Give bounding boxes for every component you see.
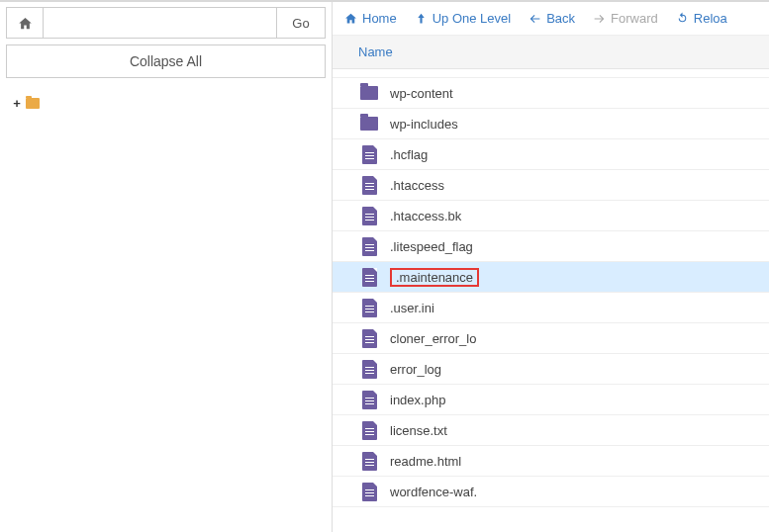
file-name: .litespeed_flag <box>390 239 473 254</box>
file-row[interactable]: index.php <box>333 385 769 415</box>
file-icon <box>360 267 378 287</box>
file-row[interactable]: error_log <box>333 354 769 385</box>
file-icon <box>360 298 378 317</box>
file-icon <box>360 236 378 256</box>
file-name: license.txt <box>390 423 447 438</box>
file-row[interactable]: wp-includes <box>333 109 769 139</box>
nav-reload-label: Reloa <box>694 11 727 26</box>
nav-back-label: Back <box>546 11 575 26</box>
up-icon <box>415 12 428 25</box>
file-list: wp-contentwp-includes.hcflag.htaccess.ht… <box>333 69 769 507</box>
file-row[interactable]: .hcflag <box>333 139 769 170</box>
nav-up-label: Up One Level <box>433 11 512 26</box>
file-row[interactable]: .htaccess.bk <box>333 201 769 231</box>
file-name: .htaccess.bk <box>390 209 461 223</box>
file-icon <box>360 482 378 501</box>
file-icon <box>360 328 378 348</box>
nav-up[interactable]: Up One Level <box>415 11 512 26</box>
file-row[interactable]: readme.html <box>333 446 769 477</box>
file-name: wordfence-waf. <box>390 485 477 499</box>
file-row[interactable]: wp-content <box>333 78 769 109</box>
file-icon <box>360 420 378 440</box>
file-icon <box>360 390 378 409</box>
nav-forward-label: Forward <box>611 11 658 26</box>
tree: + <box>6 78 326 111</box>
go-button[interactable]: Go <box>276 7 326 39</box>
reload-icon <box>676 12 689 25</box>
file-name: .user.ini <box>390 301 434 315</box>
folder-icon <box>360 83 378 103</box>
nav-reload[interactable]: Reloa <box>676 11 727 26</box>
file-row[interactable]: .htaccess <box>333 170 769 201</box>
file-name: .maintenance <box>390 268 479 287</box>
file-icon <box>360 175 378 195</box>
path-input[interactable] <box>44 7 276 39</box>
file-name: wp-content <box>390 86 453 101</box>
file-row-cutoff <box>333 69 769 78</box>
file-name: index.php <box>390 393 445 407</box>
file-name: error_log <box>390 362 441 377</box>
file-name: .hcflag <box>390 147 428 162</box>
nav-home[interactable]: Home <box>344 11 397 26</box>
file-icon <box>360 359 378 379</box>
file-icon <box>360 451 378 471</box>
back-icon <box>529 12 541 25</box>
file-row[interactable]: cloner_error_lo <box>333 323 769 354</box>
file-name: readme.html <box>390 454 461 469</box>
home-icon <box>344 12 357 25</box>
expand-icon[interactable]: + <box>12 96 22 111</box>
folder-icon <box>26 98 40 109</box>
sidebar: Go Collapse All + <box>0 2 333 532</box>
file-row[interactable]: license.txt <box>333 415 769 446</box>
folder-icon <box>360 114 378 133</box>
home-dir-button[interactable] <box>6 7 44 39</box>
column-header-name[interactable]: Name <box>333 36 769 69</box>
home-icon <box>18 16 33 31</box>
file-pane: Home Up One Level Back Forward Reloa Nam… <box>333 2 769 532</box>
file-row[interactable]: .litespeed_flag <box>333 231 769 262</box>
file-icon <box>360 144 378 164</box>
file-name: cloner_error_lo <box>390 331 476 346</box>
forward-icon <box>593 12 606 25</box>
nav-home-label: Home <box>362 11 397 26</box>
nav-back[interactable]: Back <box>529 11 575 26</box>
file-row[interactable]: .maintenance <box>333 262 769 293</box>
nav-forward: Forward <box>593 11 658 26</box>
collapse-all-button[interactable]: Collapse All <box>6 44 326 78</box>
file-name: wp-includes <box>390 117 458 132</box>
file-icon <box>360 206 378 225</box>
toolbar: Home Up One Level Back Forward Reloa <box>333 2 769 36</box>
tree-root[interactable]: + <box>12 96 326 111</box>
file-row[interactable]: wordfence-waf. <box>333 477 769 507</box>
file-row[interactable]: .user.ini <box>333 293 769 323</box>
file-name: .htaccess <box>390 178 444 193</box>
